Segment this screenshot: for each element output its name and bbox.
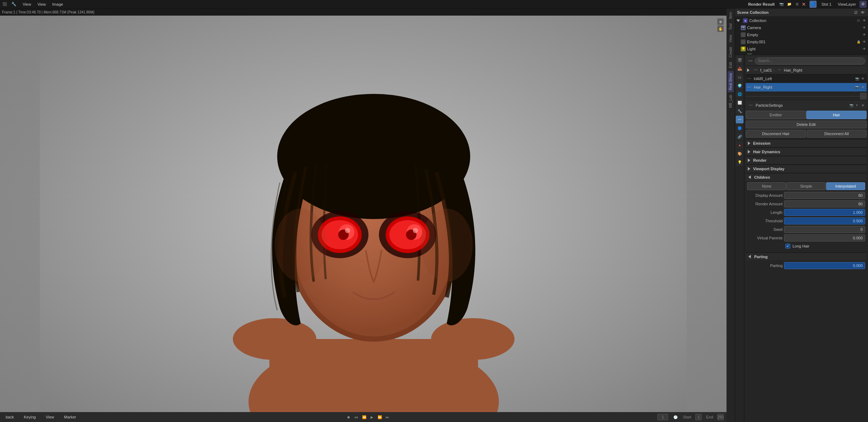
light-vis[interactable]: 👁 xyxy=(862,46,867,51)
hairright-vis[interactable]: 👁 xyxy=(860,85,865,90)
grid-icon[interactable]: ⊞ xyxy=(794,1,800,7)
seed-value[interactable]: 0 xyxy=(784,226,865,233)
prop-tab-viewlayer[interactable]: 🗂 xyxy=(736,73,744,81)
breadcrumb-item-hairright[interactable]: Hair_Right xyxy=(784,68,802,72)
sidebar-tab-item[interactable]: Item xyxy=(728,10,734,21)
outliner-item-collection[interactable]: ▣ Collection ☑ 👁 xyxy=(735,17,868,24)
prop-tab-constraints[interactable]: 🔗 xyxy=(736,133,744,140)
outliner-checkbox[interactable]: ☑ xyxy=(852,9,859,16)
render-section-header[interactable]: Render xyxy=(746,156,867,164)
virtual-parents-value[interactable]: 0.000 xyxy=(784,234,865,241)
sidebar-tab-edit[interactable]: Edit xyxy=(728,60,734,70)
hairright-render[interactable]: 📷 xyxy=(855,85,859,90)
marker-menu[interactable]: Marker xyxy=(61,414,79,420)
menu-item-image[interactable]: Image xyxy=(49,1,66,7)
display-amount-value[interactable]: 80 xyxy=(784,192,865,199)
sidebar-tab-mblab[interactable]: MB_Lab xyxy=(728,93,734,110)
children-type-interpolated[interactable]: Interpolated xyxy=(826,182,865,190)
viewport-mode-icon[interactable]: 🔵 xyxy=(809,1,817,8)
disconnect-hair-button[interactable]: Disconnect Hair xyxy=(746,130,806,138)
hairleft-render[interactable]: 📷 xyxy=(855,76,859,81)
long-hair-row: ✓ Long Hair xyxy=(747,243,865,250)
breadcrumb-item-fca01[interactable]: f_ca01 xyxy=(760,68,772,72)
particle-item-hairleft[interactable]: 〰 HAIR_Left 📷 👁 xyxy=(746,74,867,83)
vis-eye[interactable]: 👁 xyxy=(862,18,867,23)
prop-tab-physics[interactable]: 🔵 xyxy=(736,124,744,132)
empty001-vis[interactable]: 👁 xyxy=(862,39,867,44)
threshold-label: Threshold xyxy=(747,219,783,223)
emission-section-header[interactable]: Emission xyxy=(746,139,867,147)
light-name: Light xyxy=(747,47,756,51)
menu-item-toggle[interactable]: 🔧 xyxy=(9,1,19,7)
children-section-header[interactable]: Children xyxy=(746,173,867,181)
prop-search-input[interactable] xyxy=(755,57,865,65)
tab-hair[interactable]: Hair xyxy=(806,111,867,119)
particle-item-hairright[interactable]: 〰 Hair_Right 📷 👁 xyxy=(746,83,867,91)
prop-tab-object[interactable]: ⬜ xyxy=(736,99,744,106)
folder-icon[interactable]: 📁 xyxy=(786,1,792,7)
vis-checkbox[interactable]: ☑ xyxy=(856,18,861,23)
threshold-value[interactable]: 0.500 xyxy=(784,217,865,224)
empty001-restrict[interactable]: 🔒 xyxy=(856,39,861,44)
children-type-simple[interactable]: Simple xyxy=(786,182,825,190)
skip-back-button[interactable]: ⏮ xyxy=(353,414,360,420)
menu-item-view1[interactable]: View xyxy=(20,1,34,7)
children-type-none[interactable]: None xyxy=(747,182,786,190)
close-button[interactable]: ✕ xyxy=(802,1,806,7)
outliner-item-empty[interactable]: ◌ Empty 👁 xyxy=(735,31,868,38)
prop-tab-particles[interactable]: 〰 xyxy=(736,116,744,123)
step-back-button[interactable]: ⏪ xyxy=(361,414,367,420)
parting-section-header[interactable]: Parting xyxy=(746,252,867,260)
ps-unlink-icon[interactable]: ✕ xyxy=(860,103,865,108)
slot-label[interactable]: Slot 1 xyxy=(819,1,834,7)
zoom-icon[interactable]: ⊕ xyxy=(717,18,724,25)
camera-vis[interactable]: 👁 xyxy=(862,25,867,30)
long-hair-checkbox[interactable]: ✓ xyxy=(785,244,790,249)
end-frame[interactable]: 250 xyxy=(717,414,724,420)
skip-forward-button[interactable]: ⏭ xyxy=(384,414,391,420)
hairleft-vis[interactable]: 👁 xyxy=(860,76,865,81)
keying-menu[interactable]: Keying xyxy=(21,414,39,420)
tab-emitter[interactable]: Emitter xyxy=(746,111,806,119)
viewport-display-section-header[interactable]: Viewport Display xyxy=(746,165,867,172)
frame-current[interactable]: 1 xyxy=(657,414,668,420)
prop-tab-data[interactable]: 🔺 xyxy=(736,141,744,149)
hair-dynamics-section-header[interactable]: Hair Dynamics xyxy=(746,148,867,155)
prop-tab-render[interactable]: 🎬 xyxy=(736,56,744,64)
prop-tab-output[interactable]: 📤 xyxy=(736,65,744,72)
prop-tab-world[interactable]: 🌐 xyxy=(736,90,744,98)
delete-edit-button[interactable]: Delete Edit xyxy=(746,121,867,128)
prop-tab-scene[interactable]: 🌍 xyxy=(736,82,744,89)
outliner-item-camera[interactable]: 📷 Camera 👁 xyxy=(735,24,868,31)
prop-tab-modifier[interactable]: 🔧 xyxy=(736,107,744,115)
sidebar-tab-realshow[interactable]: Real Show xyxy=(728,71,734,92)
step-forward-button[interactable]: ⏩ xyxy=(377,414,383,420)
disconnect-all-button[interactable]: Disconnect All xyxy=(807,130,867,138)
viewlayer-label[interactable]: ViewLayer xyxy=(835,1,859,7)
play-button[interactable]: ▶ xyxy=(369,414,375,420)
list-add-btn[interactable]: ··· xyxy=(860,93,867,99)
length-value[interactable]: 1.000 xyxy=(784,209,865,216)
outliner-item-empty001[interactable]: ◌ Empty.001 🔒 👁 xyxy=(735,38,868,45)
view-menu[interactable]: View xyxy=(43,414,57,420)
start-frame[interactable]: 1 xyxy=(695,414,702,420)
hand-icon[interactable]: ✋ xyxy=(717,26,724,32)
empty-vis[interactable]: 👁 xyxy=(862,32,867,37)
prop-tab-material[interactable]: 🎨 xyxy=(736,150,744,157)
record-button[interactable]: ⏺ xyxy=(345,414,352,420)
menu-item-view2[interactable]: View xyxy=(35,1,49,7)
outliner-eye[interactable]: 👁 xyxy=(859,9,866,16)
blender-logo-icon[interactable]: ⬛ xyxy=(1,1,8,7)
parting-value[interactable]: 0.000 xyxy=(784,262,865,269)
ps-render-icon[interactable]: 📷 xyxy=(849,103,854,108)
back-label[interactable]: back xyxy=(3,414,17,420)
settings-icon[interactable]: ⚙ xyxy=(859,1,867,8)
ps-fake-user-icon[interactable]: F xyxy=(855,103,859,108)
camera-icon[interactable]: 📷 xyxy=(778,1,785,7)
render-amount-value[interactable]: 80 xyxy=(784,200,865,207)
prop-tab-shader[interactable]: 💡 xyxy=(736,158,744,166)
sidebar-tab-view[interactable]: View xyxy=(728,33,734,45)
outliner-item-light[interactable]: 💡 Light 👁 xyxy=(735,45,868,52)
sidebar-tab-tool[interactable]: Tool xyxy=(728,21,734,32)
sidebar-tab-create[interactable]: Create xyxy=(728,45,734,60)
